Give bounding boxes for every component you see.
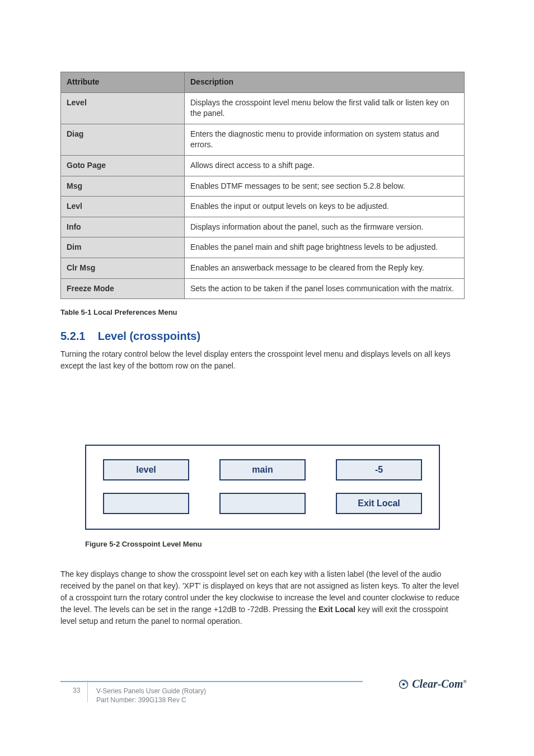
attr-desc: Enters the diagnostic menu to provide in… <box>185 124 465 155</box>
footer-rule <box>60 681 363 682</box>
attr-label: Level <box>61 92 185 124</box>
attr-desc: Displays information about the panel, su… <box>185 217 465 237</box>
footer-separator <box>87 680 88 702</box>
table-row: Freeze Mode Sets the action to be taken … <box>61 278 465 299</box>
table-caption: Table 5-1 Local Preferences Menu <box>60 308 465 316</box>
table-row: Dim Enables the panel main and shift pag… <box>61 237 465 258</box>
table-row: Info Displays information about the pane… <box>61 217 465 237</box>
table-row: Level Displays the crosspoint level menu… <box>61 92 465 124</box>
brand-icon <box>399 679 409 689</box>
diagram-cell-value: -5 <box>336 459 422 480</box>
table-row: Clr Msg Enables an answerback message to… <box>61 258 465 278</box>
attr-label: Levl <box>61 197 185 217</box>
diagram-cell-blank <box>219 493 306 514</box>
attr-desc: Enables the panel main and shift page br… <box>185 237 465 258</box>
th-attribute: Attribute <box>61 72 185 93</box>
attr-label: Msg <box>61 176 185 197</box>
crosspoint-level-diagram: level main -5 Exit Local <box>85 445 440 530</box>
table-row: Diag Enters the diagnostic menu to provi… <box>61 124 465 155</box>
diagram-cell-level: level <box>103 459 189 480</box>
section-heading: 5.2.1 Level (crosspoints) <box>60 330 465 343</box>
exit-local-inline: Exit Local <box>318 605 355 614</box>
figure-caption: Figure 5-2 Crosspoint Level Menu <box>85 540 440 548</box>
attr-label: Freeze Mode <box>61 278 185 299</box>
attr-label: Info <box>61 217 185 237</box>
attr-label: Clr Msg <box>61 258 185 278</box>
table-row: Goto Page Allows direct access to a shif… <box>61 155 465 176</box>
attr-desc: Sets the action to be taken if the panel… <box>185 278 465 299</box>
table-row: Levl Enables the input or output levels … <box>61 197 465 217</box>
attr-desc: Allows direct access to a shift page. <box>185 155 465 176</box>
attr-label: Dim <box>61 237 185 258</box>
attr-desc: Enables the input or output levels on ke… <box>185 197 465 217</box>
footer-partno: Part Number: 399G138 Rev C <box>96 696 206 704</box>
page-number: 33 <box>73 687 80 694</box>
attr-label: Diag <box>61 124 185 155</box>
section-number: 5.2.1 <box>60 330 85 342</box>
diagram-cell-blank <box>103 493 189 514</box>
diagram-cell-exit-local: Exit Local <box>336 493 422 514</box>
attributes-table: Attribute Description Level Displays the… <box>60 72 465 299</box>
diagram-cell-main: main <box>219 459 306 480</box>
section-name: Level (crosspoints) <box>98 330 200 342</box>
table-row: Msg Enables DTMF messages to be sent; se… <box>61 176 465 197</box>
attr-desc: Displays the crosspoint level menu below… <box>185 92 465 124</box>
brand-name: Clear-Com® <box>412 678 467 690</box>
th-description: Description <box>185 72 465 93</box>
attr-desc: Enables DTMF messages to be sent; see se… <box>185 176 465 197</box>
section-intro: Turning the rotary control below the lev… <box>60 348 465 372</box>
brand-logo: Clear-Com® <box>399 678 467 690</box>
svg-point-1 <box>402 683 405 685</box>
attr-desc: Enables an answerback message to be clea… <box>185 258 465 278</box>
footer-text: V-Series Panels User Guide (Rotary) Part… <box>96 687 206 704</box>
footer-title: V-Series Panels User Guide (Rotary) <box>96 687 206 696</box>
attr-label: Goto Page <box>61 155 185 176</box>
section-body: The key displays change to show the cros… <box>60 568 465 627</box>
